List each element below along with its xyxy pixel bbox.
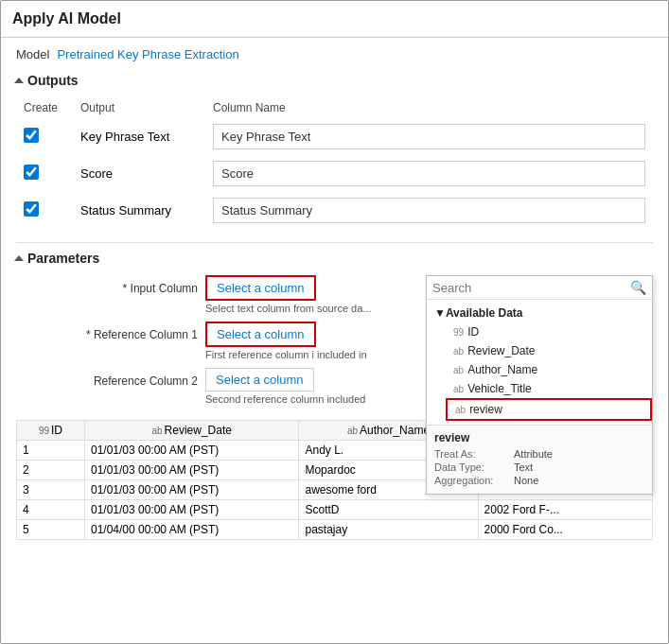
data-cell-3-2: ScottD: [299, 500, 478, 520]
data-row-4: 501/04/00 00:00 AM (PST)pastajay2000 For…: [17, 520, 653, 540]
search-icon: 🔍: [630, 280, 646, 295]
output-colname-cell-0: [205, 118, 653, 155]
output-colname-cell-2: [205, 192, 653, 229]
outputs-label: Outputs: [27, 73, 79, 88]
tree-item-review_date[interactable]: abReview_Date: [446, 341, 652, 360]
floating-panel: 🔍 ▼ Available Data 99IDabReview_DateabAu…: [426, 275, 653, 495]
tree-root[interactable]: ▼ Available Data: [427, 304, 652, 322]
output-row-2: Status Summary: [16, 192, 653, 229]
title-bar: Apply AI Model: [1, 1, 668, 38]
output-checkbox-2[interactable]: [24, 201, 39, 217]
output-checkbox-cell-0: [16, 118, 73, 155]
output-colname-input-2[interactable]: [213, 198, 645, 223]
data-cell-3-0: 4: [17, 500, 85, 520]
col-header-create: Create: [16, 97, 73, 118]
outputs-toggle-icon: [14, 78, 24, 83]
model-label: Model: [16, 47, 49, 61]
main-window: Apply AI Model Model Pretrained Key Phra…: [0, 0, 669, 644]
tree-item-id[interactable]: 99ID: [446, 322, 652, 341]
data-cell-2-1: 01/01/03 00:00 AM (PST): [84, 480, 299, 500]
data-cell-2-0: 3: [17, 480, 85, 500]
output-checkbox-0[interactable]: [24, 128, 39, 143]
param-label-1: * Reference Column 1: [16, 322, 205, 341]
parameters-header[interactable]: Parameters: [16, 251, 653, 266]
data-cell-1-1: 01/01/03 00:00 AM (PST): [84, 461, 299, 480]
tree-area: ▼ Available Data 99IDabReview_DateabAuth…: [427, 300, 652, 425]
detail-panel: review Treat As:AttributeData Type:TextA…: [427, 425, 652, 494]
tree-root-icon: ▼: [434, 306, 446, 320]
output-checkbox-1[interactable]: [24, 165, 39, 180]
data-cell-4-1: 01/04/00 00:00 AM (PST): [84, 520, 299, 540]
output-checkbox-cell-2: [16, 192, 73, 229]
parameters-toggle-icon: [14, 255, 24, 261]
window-title: Apply AI Model: [12, 10, 121, 26]
data-cell-4-3: 2000 Ford Co...: [478, 520, 652, 540]
data-cell-3-3: 2002 Ford F-...: [478, 500, 652, 520]
data-row-3: 401/01/03 00:00 AM (PST)ScottD2002 Ford …: [17, 500, 653, 520]
tree-item-review[interactable]: abreview: [446, 398, 652, 421]
data-cell-4-2: pastajay: [299, 520, 478, 540]
output-name-1: Score: [73, 155, 205, 192]
parameters-label: Parameters: [27, 251, 99, 266]
data-cell-4-0: 5: [17, 520, 85, 540]
output-colname-cell-1: [205, 155, 653, 192]
select-column-btn-0[interactable]: Select a column: [205, 275, 316, 301]
data-cell-3-1: 01/01/03 00:00 AM (PST): [84, 500, 299, 520]
param-hint-0: Select text column from source da...: [205, 303, 371, 314]
detail-field-0: Treat As:Attribute: [434, 448, 644, 460]
param-hint-2: Second reference column included: [205, 393, 365, 405]
param-input-col-1: Select a column First reference column i…: [205, 322, 367, 360]
detail-field-1: Data Type:Text: [434, 461, 644, 473]
col-header-output: Output: [73, 97, 205, 118]
col-header-colname: Column Name: [205, 97, 653, 118]
tree-root-label: Available Data: [446, 306, 523, 320]
output-name-0: Key Phrase Text: [73, 118, 205, 155]
params-inner: * Input Column Select a column Select te…: [16, 275, 653, 540]
output-row-0: Key Phrase Text: [16, 118, 653, 155]
data-cell-0-0: 1: [17, 441, 85, 461]
data-col-header-1: abReview_Date: [84, 421, 299, 441]
detail-fields: Treat As:AttributeData Type:TextAggregat…: [434, 448, 644, 486]
content-area: Model Pretrained Key Phrase Extraction O…: [1, 38, 668, 549]
param-label-2: Reference Column 2: [16, 368, 205, 388]
output-name-2: Status Summary: [73, 192, 205, 229]
output-checkbox-cell-1: [16, 155, 73, 192]
section-divider: [16, 242, 653, 243]
param-input-col-2: Select a column Second reference column …: [205, 368, 365, 405]
parameters-section: Parameters * Input Column Select a colum…: [16, 251, 653, 540]
detail-field-2: Aggregation:None: [434, 475, 644, 486]
select-column-btn-1[interactable]: Select a column: [205, 322, 316, 347]
model-link[interactable]: Pretrained Key Phrase Extraction: [57, 47, 238, 61]
output-colname-input-0[interactable]: [213, 124, 645, 149]
data-cell-0-1: 01/01/03 00:00 AM (PST): [84, 441, 299, 461]
param-label-0: * Input Column: [16, 275, 205, 295]
data-cell-1-0: 2: [17, 461, 85, 480]
data-col-header-0: 99ID: [17, 421, 85, 441]
output-row-1: Score: [16, 155, 653, 192]
detail-title: review: [434, 431, 644, 444]
outputs-table: Create Output Column Name Key Phrase Tex…: [16, 97, 653, 229]
model-row: Model Pretrained Key Phrase Extraction: [16, 47, 653, 61]
search-input[interactable]: [432, 281, 630, 295]
outputs-section: Outputs Create Output Column Name Key Ph…: [16, 73, 653, 229]
tree-items: 99IDabReview_DateabAuthor_NameabVehicle_…: [427, 322, 652, 421]
param-input-col-0: Select a column Select text column from …: [205, 275, 371, 314]
tree-item-vehicle_title[interactable]: abVehicle_Title: [446, 379, 652, 398]
outputs-header[interactable]: Outputs: [16, 73, 653, 88]
select-column-btn-2[interactable]: Select a column: [205, 368, 314, 392]
tree-item-author_name[interactable]: abAuthor_Name: [446, 360, 652, 379]
param-hint-1: First reference column i included in: [205, 349, 367, 360]
output-colname-input-1[interactable]: [213, 161, 645, 186]
search-row: 🔍: [427, 276, 652, 300]
